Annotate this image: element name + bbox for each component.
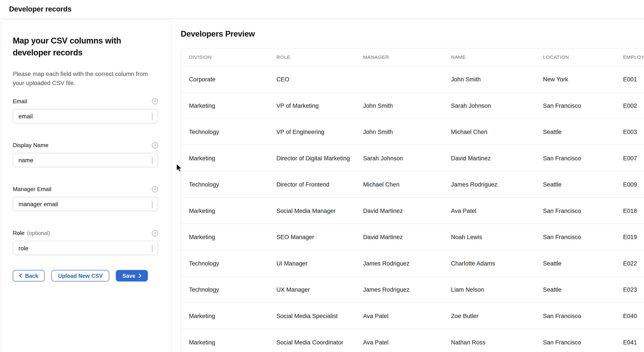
table-cell: Liam Nelson bbox=[451, 286, 543, 293]
table-cell: San Francisco bbox=[543, 312, 623, 319]
table-cell: Noah Lewis bbox=[451, 234, 543, 240]
table-cell: Marketing bbox=[189, 207, 276, 214]
info-icon[interactable]: i bbox=[152, 186, 158, 192]
table-cell: Social Media Coordinator bbox=[276, 339, 363, 345]
field-email: Email i email bbox=[13, 97, 158, 123]
table-cell: San Francisco bbox=[543, 339, 623, 345]
manager-email-select[interactable]: manager email bbox=[13, 197, 158, 211]
developers-preview-table: DIVISION ROLE MANAGER NAME LOCATION EMPL… bbox=[181, 48, 644, 352]
chevron-down-icon bbox=[152, 201, 152, 207]
table-cell: San Francisco bbox=[543, 102, 623, 109]
table-cell: Sarah Johnson bbox=[451, 102, 543, 109]
upload-button-label: Upload New CSV bbox=[58, 273, 103, 279]
table-row: MarketingVP of MarketingJohn SmithSarah … bbox=[181, 92, 644, 119]
app-window: Developer records Map your CSV columns w… bbox=[0, 0, 644, 352]
table-cell: E023 bbox=[623, 286, 644, 293]
table-cell: James Rodriguez bbox=[451, 181, 543, 188]
back-button-label: Back bbox=[25, 273, 38, 279]
header-cell-division: DIVISION bbox=[189, 54, 276, 60]
table-cell: David Martinez bbox=[451, 155, 543, 161]
manager-email-label: Manager Email bbox=[13, 186, 52, 192]
mapping-actions: Back Upload New CSV Save bbox=[13, 270, 160, 281]
save-button[interactable]: Save bbox=[116, 270, 148, 281]
table-cell: Ava Patel bbox=[363, 312, 451, 319]
table-cell: Technology bbox=[189, 129, 276, 135]
info-icon[interactable]: i bbox=[152, 142, 158, 148]
display-name-select-value: name bbox=[18, 157, 33, 163]
table-row: TechnologyVP of EngineeringJohn SmithMic… bbox=[181, 119, 644, 145]
table-cell: John Smith bbox=[363, 129, 451, 135]
role-select[interactable]: role bbox=[13, 241, 158, 255]
table-cell: Sarah Johnson bbox=[363, 155, 451, 161]
table-body: CorporateCEOJohn SmithNew YorkE001Market… bbox=[181, 66, 644, 352]
header-cell-location: LOCATION bbox=[543, 54, 623, 60]
mapping-heading: Map your CSV columns with developer reco… bbox=[13, 35, 136, 59]
table-cell: Director of Digital Marketing bbox=[276, 155, 363, 161]
table-cell: E009 bbox=[623, 181, 644, 188]
email-label: Email bbox=[13, 98, 27, 104]
field-display-name: Display Name i name bbox=[13, 141, 158, 167]
table-cell: E019 bbox=[623, 234, 644, 240]
chevron-down-icon bbox=[152, 113, 152, 119]
preview-heading: Developers Preview bbox=[181, 29, 255, 39]
role-select-value: role bbox=[18, 245, 28, 251]
table-cell: Nathan Ross bbox=[451, 339, 543, 345]
top-bar: Developer records bbox=[0, 0, 644, 19]
table-cell: Charlotte Adams bbox=[451, 260, 543, 266]
table-cell: Seattle bbox=[543, 286, 623, 293]
table-cell: New York bbox=[543, 76, 623, 82]
table-cell: David Martinez bbox=[363, 207, 451, 214]
table-cell: James Rodriguez bbox=[363, 260, 451, 266]
chevron-down-icon bbox=[152, 157, 152, 163]
table-cell: Social Media Manager bbox=[276, 207, 363, 214]
chevron-right-icon bbox=[138, 274, 142, 278]
email-select-value: email bbox=[18, 113, 33, 119]
table-cell: Technology bbox=[189, 181, 276, 188]
table-cell: John Smith bbox=[363, 102, 451, 109]
field-role: Role (optional) i role bbox=[13, 229, 158, 255]
table-header-row: DIVISION ROLE MANAGER NAME LOCATION EMPL… bbox=[181, 49, 644, 66]
table-row: TechnologyUI ManagerJames RodriguezCharl… bbox=[181, 250, 644, 277]
table-cell: VP of Marketing bbox=[276, 102, 363, 109]
table-cell: Marketing bbox=[189, 155, 276, 161]
table-cell: E022 bbox=[623, 260, 644, 266]
back-button[interactable]: Back bbox=[13, 270, 45, 281]
table-row: MarketingSEO ManagerDavid MartinezNoah L… bbox=[181, 224, 644, 250]
header-cell-role: ROLE bbox=[276, 54, 363, 60]
table-cell: Technology bbox=[189, 260, 276, 266]
table-row: MarketingSocial Media CoordinatorAva Pat… bbox=[181, 329, 644, 352]
table-cell: Corporate bbox=[189, 76, 276, 82]
table-cell: Michael Chen bbox=[451, 129, 543, 135]
table-row: TechnologyUX ManagerJames RodriguezLiam … bbox=[181, 276, 644, 303]
upload-new-csv-button[interactable]: Upload New CSV bbox=[52, 270, 109, 281]
role-label: Role bbox=[13, 230, 25, 236]
field-manager-email: Manager Email i manager email bbox=[13, 185, 158, 211]
role-optional-label: (optional) bbox=[27, 230, 50, 236]
table-cell: Social Media Specialist bbox=[276, 312, 363, 319]
mapping-description: Please map each field with the correct c… bbox=[13, 70, 150, 88]
table-cell: E003 bbox=[623, 129, 644, 135]
email-select[interactable]: email bbox=[13, 109, 158, 123]
header-cell-manager: MANAGER bbox=[363, 54, 451, 60]
table-cell: SEO Manager bbox=[276, 234, 363, 240]
table-cell: Zoe Butler bbox=[451, 312, 543, 319]
display-name-select[interactable]: name bbox=[13, 153, 158, 167]
table-cell: San Francisco bbox=[543, 155, 623, 161]
table-row: MarketingDirector of Digital MarketingSa… bbox=[181, 145, 644, 171]
table-row: CorporateCEOJohn SmithNew YorkE001 bbox=[181, 66, 644, 93]
table-cell: UX Manager bbox=[276, 286, 363, 293]
info-icon[interactable]: i bbox=[152, 98, 158, 104]
table-cell: Seattle bbox=[543, 129, 623, 135]
table-cell: Marketing bbox=[189, 339, 276, 345]
table-cell: Ava Patel bbox=[363, 339, 451, 345]
table-cell: Seattle bbox=[543, 181, 623, 188]
table-cell: San Francisco bbox=[543, 234, 623, 240]
chevron-left-icon bbox=[18, 274, 22, 278]
table-cell: E001 bbox=[623, 76, 644, 82]
table-cell: David Martinez bbox=[363, 234, 451, 240]
table-cell: E002 bbox=[623, 102, 644, 109]
table-cell: E007 bbox=[623, 155, 644, 161]
table-cell: E018 bbox=[623, 207, 644, 214]
info-icon[interactable]: i bbox=[152, 230, 158, 236]
table-cell: Michael Chen bbox=[363, 181, 451, 188]
